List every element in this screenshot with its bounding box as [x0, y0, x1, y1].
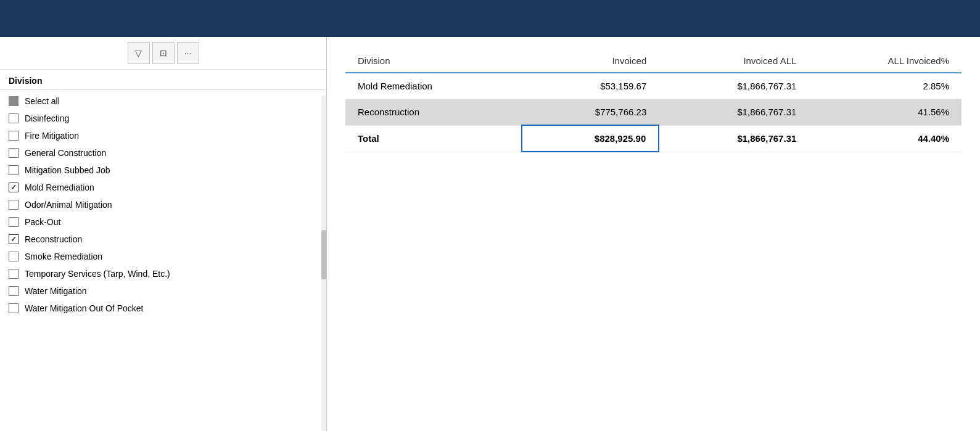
table-row: Mold Remediation $53,159.67 $1,866,767.3… [345, 73, 961, 99]
filter-item-temporary-services[interactable]: Temporary Services (Tarp, Wind, Etc.) [0, 265, 326, 282]
filter-item-smoke-remediation[interactable]: Smoke Remediation [0, 248, 326, 265]
checkbox-pack-out[interactable] [9, 217, 19, 227]
cell-invoiced-all: $1,866,767.31 [659, 73, 809, 99]
filter-item-water-mitigation-oop[interactable]: Water Mitigation Out Of Pocket [0, 300, 326, 317]
scrollbar-track [321, 96, 326, 431]
filter-label-odor-animal-mitigation: Odor/Animal Mitigation [25, 200, 112, 210]
filter-label-mitigation-subbed-job: Mitigation Subbed Job [25, 165, 110, 175]
data-table: Division Invoiced Invoiced ALL ALL Invoi… [345, 49, 961, 152]
filter-item-select-all[interactable]: Select all [0, 92, 326, 110]
cell-invoiced-all: $1,866,767.31 [659, 99, 809, 126]
checkbox-temporary-services[interactable] [9, 269, 19, 279]
filter-label-temporary-services: Temporary Services (Tarp, Wind, Etc.) [25, 269, 170, 279]
checkbox-odor-animal-mitigation[interactable] [9, 200, 19, 210]
filter-label-reconstruction: Reconstruction [25, 234, 82, 244]
col-header-invoiced-all: Invoiced ALL [659, 49, 809, 73]
col-header-division: Division [345, 49, 522, 73]
checkbox-general-construction[interactable] [9, 148, 19, 158]
filter-item-disinfecting[interactable]: Disinfecting [0, 110, 326, 127]
filter-toolbar: ▽ ⊡ ··· [0, 37, 326, 70]
filter-panel: ▽ ⊡ ··· Division Select all [0, 37, 327, 431]
cell-invoiced: $775,766.23 [522, 99, 659, 126]
filter-icon: ▽ [135, 48, 142, 58]
cell-total-invoiced: $828,925.90 [522, 125, 659, 152]
filter-item-mold-remediation[interactable]: Mold Remediation [0, 179, 326, 196]
filter-label-fire-mitigation: Fire Mitigation [25, 131, 79, 141]
filter-label-disinfecting: Disinfecting [25, 113, 69, 123]
filter-button[interactable]: ▽ [128, 42, 150, 64]
checkbox-reconstruction[interactable] [9, 234, 19, 244]
cell-division: Mold Remediation [345, 73, 522, 99]
cell-total-all-invoiced-pct: 44.40% [809, 125, 961, 152]
col-header-invoiced: Invoiced [522, 49, 659, 73]
filter-label-mold-remediation: Mold Remediation [25, 183, 94, 192]
filter-label-general-construction: General Construction [25, 148, 106, 158]
filter-label-pack-out: Pack-Out [25, 217, 60, 227]
scrollbar-thumb[interactable] [321, 230, 326, 279]
more-icon: ··· [184, 48, 192, 58]
expand-button[interactable]: ⊡ [152, 42, 175, 64]
filter-list: Select all Disinfecting Fire Mitigation … [0, 90, 326, 431]
cell-total-label: Total [345, 125, 522, 152]
checkbox-water-mitigation-oop[interactable] [9, 303, 19, 313]
filter-item-reconstruction[interactable]: Reconstruction [0, 231, 326, 248]
checkbox-water-mitigation[interactable] [9, 286, 19, 296]
total-row: Total $828,925.90 $1,866,767.31 44.40% [345, 125, 961, 152]
table-row: Reconstruction $775,766.23 $1,866,767.31… [345, 99, 961, 126]
checkbox-disinfecting[interactable] [9, 113, 19, 123]
filter-item-mitigation-subbed-job[interactable]: Mitigation Subbed Job [0, 162, 326, 179]
filter-item-general-construction[interactable]: General Construction [0, 144, 326, 162]
filter-item-pack-out[interactable]: Pack-Out [0, 213, 326, 231]
cell-all-invoiced-pct: 41.56% [809, 99, 961, 126]
more-button[interactable]: ··· [177, 42, 199, 64]
filter-item-odor-animal-mitigation[interactable]: Odor/Animal Mitigation [0, 196, 326, 213]
top-bar [0, 0, 980, 37]
checkbox-mitigation-subbed-job[interactable] [9, 165, 19, 175]
main-content: ▽ ⊡ ··· Division Select all [0, 37, 980, 431]
filter-item-fire-mitigation[interactable]: Fire Mitigation [0, 127, 326, 144]
col-header-all-invoiced-pct: ALL Invoiced% [809, 49, 961, 73]
filter-label-water-mitigation-oop: Water Mitigation Out Of Pocket [25, 303, 143, 313]
checkbox-mold-remediation[interactable] [9, 183, 19, 192]
cell-total-invoiced-all: $1,866,767.31 [659, 125, 809, 152]
filter-header: Division [0, 70, 326, 90]
filter-label-smoke-remediation: Smoke Remediation [25, 252, 102, 261]
data-panel: Division Invoiced Invoiced ALL ALL Invoi… [327, 37, 980, 431]
filter-item-water-mitigation[interactable]: Water Mitigation [0, 282, 326, 300]
expand-icon: ⊡ [160, 48, 167, 58]
data-table-container: Division Invoiced Invoiced ALL ALL Invoi… [327, 37, 980, 165]
cell-invoiced: $53,159.67 [522, 73, 659, 99]
cell-division: Reconstruction [345, 99, 522, 126]
checkbox-smoke-remediation[interactable] [9, 252, 19, 261]
checkbox-select-all[interactable] [9, 96, 19, 106]
filter-label-select-all: Select all [25, 96, 60, 106]
filter-label-water-mitigation: Water Mitigation [25, 286, 87, 296]
checkbox-fire-mitigation[interactable] [9, 131, 19, 141]
app-container: ▽ ⊡ ··· Division Select all [0, 0, 980, 431]
cell-all-invoiced-pct: 2.85% [809, 73, 961, 99]
